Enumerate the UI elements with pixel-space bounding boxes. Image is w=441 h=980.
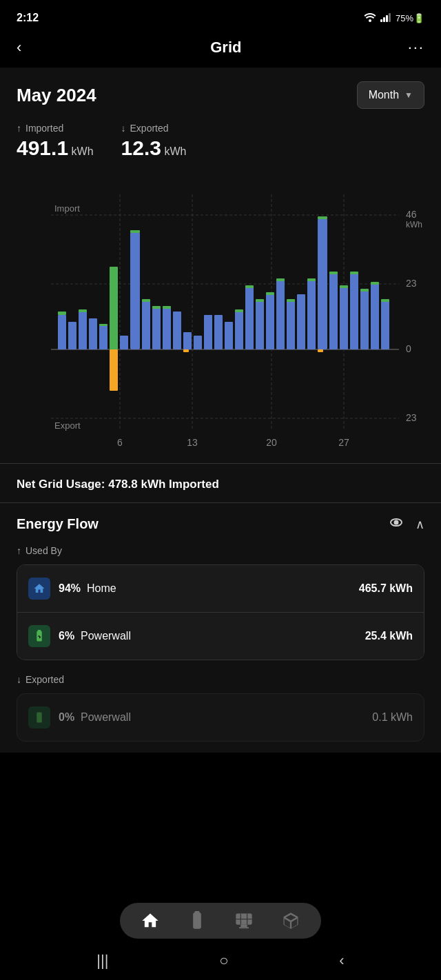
svg-rect-87 [195,911,200,914]
svg-rect-33 [142,301,150,349]
svg-rect-43 [214,315,223,349]
more-button[interactable]: ··· [408,39,424,57]
svg-rect-76 [318,349,323,352]
svg-rect-38 [163,306,171,309]
home-nav-icon [141,911,160,930]
svg-rect-41 [194,336,202,349]
page-title: Grid [210,39,241,57]
chart-svg: 46 kWh 23 0 23 Import Export [17,174,424,463]
imported-unit: kWh [72,145,94,157]
svg-rect-72 [381,301,389,349]
svg-text:13: 13 [187,437,198,448]
svg-text:23: 23 [406,412,417,423]
svg-rect-64 [340,287,348,349]
imported-label: ↑ Imported [17,123,94,134]
powerwall-value: 25.4 kWh [365,630,413,642]
period-selector[interactable]: Month ▼ [357,81,424,109]
svg-rect-56 [287,299,295,302]
svg-rect-45 [235,312,243,349]
svg-rect-67 [350,272,358,274]
svg-rect-22 [58,312,66,315]
home-energy-card[interactable]: 94% Home 465.7 kWh [17,565,424,613]
phone-recents-button[interactable]: ‹ [339,952,344,970]
svg-rect-37 [163,308,171,349]
phone-home-button[interactable]: ○ [219,952,228,970]
svg-rect-4 [389,13,391,22]
imported-stat: ↑ Imported 491.1 kWh [17,123,94,160]
energy-flow-controls: ∧ [388,514,424,534]
svg-rect-3 [386,15,388,22]
svg-rect-71 [371,282,379,285]
svg-text:6: 6 [117,437,123,448]
svg-rect-25 [79,309,87,312]
phone-nav-bar: ||| ○ ‹ [0,941,441,980]
export-label: ↓ Exported [17,674,424,685]
home-label: 94% Home [59,582,116,595]
visibility-toggle[interactable] [388,514,404,534]
partial-export-card[interactable]: 0% Powerwall 0.1 kWh [17,693,424,742]
svg-text:0: 0 [406,343,411,354]
nav-item-solar[interactable] [234,911,254,930]
powerwall-label: 6% Powerwall [59,630,131,642]
net-usage-text: Net Grid Usage: 478.8 kWh Imported [17,478,219,491]
svg-rect-26 [89,318,97,349]
svg-rect-60 [318,218,327,349]
svg-rect-32 [130,230,140,233]
svg-rect-31 [130,232,140,349]
svg-rect-42 [204,315,212,349]
arrow-down-export-icon: ↓ [17,674,21,685]
svg-rect-23 [68,322,76,349]
svg-rect-47 [245,287,254,349]
svg-rect-24 [79,312,87,349]
svg-text:Import: Import [54,203,80,214]
svg-rect-40 [183,332,192,349]
header-row: May 2024 Month ▼ [17,68,424,117]
svg-rect-44 [225,322,233,349]
stats-row: ↑ Imported 491.1 kWh ↓ Exported 12.3 kWh [17,117,424,174]
energy-cards: 94% Home 465.7 kWh 6% Powerwall [17,564,424,660]
chevron-down-icon: ▼ [404,90,413,100]
arrow-up-small-icon: ↑ [17,545,21,556]
svg-text:Export: Export [54,420,81,431]
month-year-title: May 2024 [17,85,96,106]
exported-unit: kWh [164,145,186,157]
svg-rect-84 [38,630,41,631]
svg-rect-57 [297,294,305,349]
home-icon [28,578,50,600]
status-time: 2:12 [17,12,39,24]
phone-back-button[interactable]: ||| [96,952,108,970]
powerwall-energy-card[interactable]: 6% Powerwall 25.4 kWh [17,613,424,660]
net-usage-section: Net Grid Usage: 478.8 kWh Imported [0,464,441,502]
svg-rect-35 [152,308,161,349]
exported-stat: ↓ Exported 12.3 kWh [121,123,187,160]
svg-rect-29 [110,267,118,349]
svg-rect-61 [318,216,327,219]
svg-rect-53 [276,280,285,349]
back-button[interactable]: ‹ [17,39,44,57]
svg-rect-66 [350,274,358,349]
powerwall-icon [28,625,50,647]
collapse-button[interactable]: ∧ [416,517,424,532]
grid-nav-icon [281,911,300,930]
main-content: May 2024 Month ▼ ↑ Imported 491.1 kWh ↓ … [0,68,441,463]
svg-rect-70 [371,284,379,349]
svg-rect-49 [256,301,264,349]
battery-icon: 75%🔋 [396,13,424,23]
imported-value-row: 491.1 kWh [17,136,94,160]
svg-point-82 [395,521,398,524]
arrow-down-icon: ↓ [121,123,126,134]
svg-text:27: 27 [338,437,349,448]
nav-item-powerwall[interactable] [187,911,207,930]
exported-value: 12.3 [121,136,161,159]
exported-value-row: 12.3 kWh [121,136,187,160]
svg-text:46: 46 [406,209,417,220]
svg-rect-51 [266,294,274,349]
wifi-icon [364,12,376,24]
svg-rect-2 [383,17,385,22]
svg-text:20: 20 [266,437,277,448]
partial-powerwall-icon [28,706,50,728]
nav-item-home[interactable] [141,911,160,930]
nav-item-grid[interactable] [281,911,300,930]
svg-rect-65 [340,285,348,288]
svg-rect-28 [99,324,107,326]
